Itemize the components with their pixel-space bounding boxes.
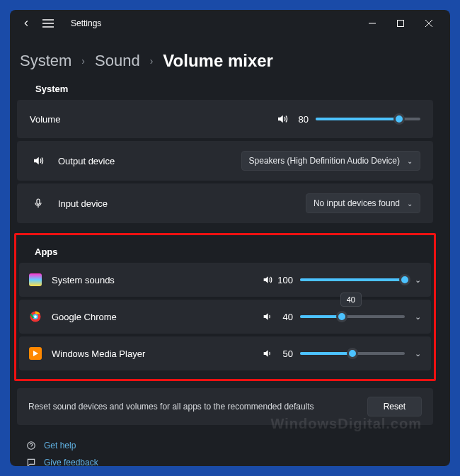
app-name: Google Chrome — [52, 312, 117, 322]
volume-label: Volume — [30, 114, 60, 125]
window-title: Settings — [71, 18, 101, 28]
volume-value: 80 — [293, 114, 309, 125]
app-volume-slider[interactable] — [300, 274, 405, 285]
chevron-right-icon: › — [81, 55, 85, 67]
input-device-label: Input device — [58, 198, 108, 209]
reset-button[interactable]: Reset — [367, 397, 422, 416]
minimize-button[interactable] — [358, 13, 386, 34]
breadcrumb: System › Sound › Volume mixer — [17, 51, 433, 71]
svg-rect-7 — [37, 199, 40, 204]
svg-point-11 — [28, 442, 35, 450]
input-device-row: Input device No input devices found ⌄ — [17, 183, 433, 223]
back-button[interactable] — [21, 18, 37, 28]
output-device-label: Output device — [58, 156, 115, 166]
feedback-icon — [25, 458, 37, 466]
slider-tooltip: 40 — [340, 293, 362, 307]
apps-section-highlight: Apps System sounds 100 ⌄ 40 Google Chrom… — [14, 233, 436, 381]
chevron-down-icon: ⌄ — [407, 200, 413, 208]
maximize-button[interactable] — [386, 13, 415, 34]
breadcrumb-system[interactable]: System — [20, 52, 71, 70]
speaker-icon — [30, 154, 47, 167]
wmp-icon — [29, 347, 42, 360]
settings-window: Settings System › Sound › Volume mixer S… — [10, 10, 450, 466]
expand-button[interactable]: ⌄ — [415, 349, 421, 358]
speaker-icon[interactable] — [262, 274, 273, 285]
output-device-value: Speakers (High Definition Audio Device) — [249, 156, 400, 166]
svg-point-10 — [34, 315, 37, 318]
input-device-dropdown[interactable]: No input devices found ⌄ — [306, 193, 420, 213]
system-sounds-icon — [29, 273, 42, 286]
app-row-system-sounds: System sounds 100 ⌄ 40 — [19, 263, 431, 297]
app-row-wmp: Windows Media Player 50 ⌄ — [19, 336, 431, 370]
app-name: Windows Media Player — [52, 348, 145, 359]
svg-rect-4 — [398, 21, 404, 27]
reset-row: Reset sound devices and volumes for all … — [17, 388, 433, 425]
app-row-chrome: Google Chrome 40 ⌄ — [19, 300, 431, 334]
app-volume-value: 100 — [277, 275, 293, 285]
section-label-system: System — [35, 84, 433, 94]
page-title: Volume mixer — [163, 51, 273, 71]
expand-button[interactable]: ⌄ — [415, 276, 421, 285]
microphone-icon — [30, 198, 47, 209]
output-device-row: Output device Speakers (High Definition … — [17, 141, 433, 181]
speaker-icon[interactable] — [276, 113, 289, 125]
close-button[interactable] — [415, 13, 443, 34]
get-help-link[interactable]: Get help — [25, 441, 433, 450]
chevron-right-icon: › — [150, 55, 154, 67]
titlebar: Settings — [10, 10, 450, 37]
app-volume-value: 50 — [277, 348, 293, 359]
get-help-label: Get help — [44, 441, 76, 450]
give-feedback-label: Give feedback — [44, 458, 98, 466]
menu-button[interactable] — [42, 19, 62, 28]
output-device-dropdown[interactable]: Speakers (High Definition Audio Device) … — [241, 151, 420, 171]
volume-row: Volume 80 — [17, 100, 433, 138]
chevron-down-icon: ⌄ — [407, 157, 413, 165]
app-volume-slider[interactable] — [300, 348, 405, 359]
app-volume-slider[interactable] — [300, 311, 405, 322]
expand-button[interactable]: ⌄ — [415, 312, 421, 322]
app-name: System sounds — [52, 275, 115, 285]
reset-description: Reset sound devices and volumes for all … — [28, 402, 314, 412]
help-icon — [25, 441, 37, 450]
volume-slider[interactable] — [316, 113, 420, 125]
input-device-value: No input devices found — [314, 198, 400, 208]
speaker-icon[interactable] — [262, 311, 273, 322]
speaker-icon[interactable] — [262, 348, 273, 359]
app-volume-value: 40 — [277, 312, 293, 322]
breadcrumb-sound[interactable]: Sound — [95, 52, 140, 70]
chrome-icon — [29, 310, 42, 323]
give-feedback-link[interactable]: Give feedback — [25, 458, 433, 466]
section-label-apps: Apps — [35, 246, 431, 257]
